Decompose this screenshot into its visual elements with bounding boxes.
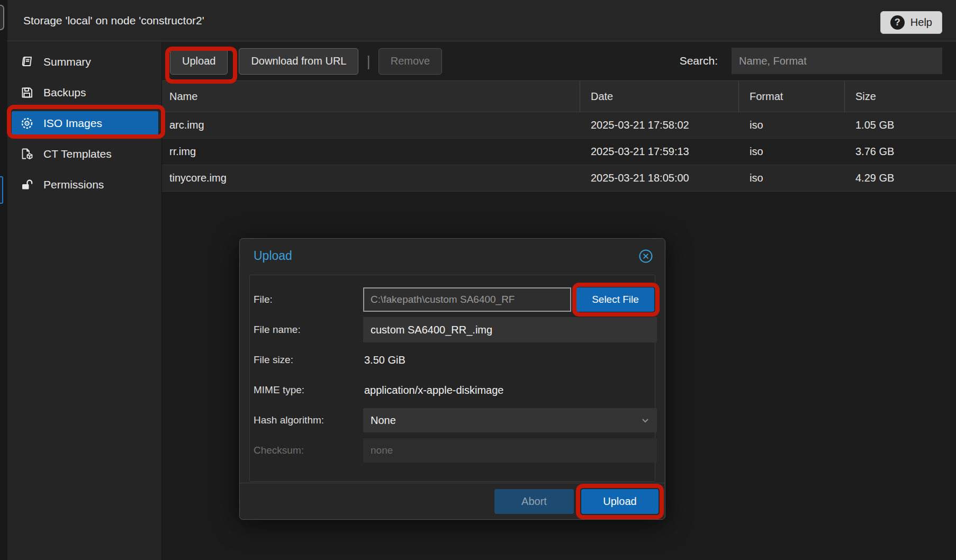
toolbar: Upload Download from URL | Remove Search… xyxy=(162,42,956,80)
cell-format: iso xyxy=(739,165,845,191)
mime-type-value: application/x-apple-diskimage xyxy=(364,384,503,396)
dialog-upload-button[interactable]: Upload xyxy=(581,489,659,514)
remove-button[interactable]: Remove xyxy=(378,48,442,75)
sidebar-item-summary[interactable]: Summary xyxy=(12,50,158,74)
file-path-input[interactable] xyxy=(363,287,571,312)
collapsed-panel-edge xyxy=(0,5,4,30)
help-button[interactable]: ? Help xyxy=(880,11,942,34)
mime-type-label: MIME type: xyxy=(254,384,304,396)
help-button-label: Help xyxy=(910,16,932,29)
cell-size: 3.76 GB xyxy=(845,139,956,165)
collapsed-panel-edge-selected xyxy=(0,176,3,204)
iso-images-table: Name Date Format Size arc.img 2025-03-21… xyxy=(162,80,956,192)
hash-algorithm-select[interactable]: None xyxy=(363,408,657,432)
abort-button[interactable]: Abort xyxy=(494,489,574,514)
column-header-size[interactable]: Size xyxy=(845,81,956,112)
column-header-name[interactable]: Name xyxy=(162,81,580,112)
panel-header: Storage 'local' on node 'constructor2' ?… xyxy=(7,0,956,41)
search-input[interactable] xyxy=(732,48,942,74)
floppy-icon xyxy=(20,86,34,99)
column-header-date[interactable]: Date xyxy=(580,81,739,112)
cell-format: iso xyxy=(739,112,845,138)
cell-date: 2025-03-21 17:59:13 xyxy=(580,139,739,165)
search-area: Search: xyxy=(680,48,942,74)
file-name-input[interactable] xyxy=(363,317,657,342)
checksum-label: Checksum: xyxy=(254,445,304,456)
file-size-label: File size: xyxy=(254,354,293,366)
question-mark-icon: ? xyxy=(890,15,905,30)
upload-dialog: Upload File: Select File File name: File… xyxy=(239,238,665,520)
download-from-url-button[interactable]: Download from URL xyxy=(239,48,358,75)
sidebar-item-label: ISO Images xyxy=(43,117,102,130)
unlock-icon xyxy=(20,178,34,191)
cell-name: tinycore.img xyxy=(162,165,580,191)
hash-algorithm-label: Hash algorithm: xyxy=(254,414,324,426)
close-icon[interactable] xyxy=(638,249,653,264)
sidebar-item-label: Backups xyxy=(43,86,86,99)
cell-size: 4.29 GB xyxy=(845,165,956,191)
cell-date: 2025-03-21 18:05:00 xyxy=(580,165,739,191)
upload-button[interactable]: Upload xyxy=(170,48,228,75)
cell-format: iso xyxy=(739,139,845,165)
search-label: Search: xyxy=(680,55,718,67)
chevron-down-icon xyxy=(641,416,650,424)
table-row[interactable]: arc.img 2025-03-21 17:58:02 iso 1.05 GB xyxy=(162,112,956,139)
sidebar-item-backups[interactable]: Backups xyxy=(12,80,158,105)
sidebar-item-permissions[interactable]: Permissions xyxy=(12,173,158,197)
dialog-footer-divider xyxy=(240,483,665,483)
sidebar-item-iso-images[interactable]: ISO Images xyxy=(12,111,158,136)
column-header-format[interactable]: Format xyxy=(739,81,845,112)
dialog-title: Upload xyxy=(254,249,292,263)
cell-name: rr.img xyxy=(162,139,580,165)
disc-icon xyxy=(20,117,34,130)
file-name-label: File name: xyxy=(254,324,301,336)
file-size-value: 3.50 GiB xyxy=(364,354,405,366)
sidebar: Summary Backups xyxy=(7,42,162,560)
file-label: File: xyxy=(254,294,273,305)
select-file-button[interactable]: Select File xyxy=(576,287,654,312)
sidebar-item-label: CT Templates xyxy=(43,148,112,160)
cell-date: 2025-03-21 17:58:02 xyxy=(580,112,739,138)
table-header-row: Name Date Format Size xyxy=(162,80,956,112)
sidebar-item-label: Permissions xyxy=(43,178,104,191)
sidebar-item-label: Summary xyxy=(43,56,91,68)
book-icon xyxy=(20,56,34,68)
sidebar-item-ct-templates[interactable]: CT Templates xyxy=(12,142,158,166)
checksum-input[interactable] xyxy=(363,438,657,463)
table-row[interactable]: tinycore.img 2025-03-21 18:05:00 iso 4.2… xyxy=(162,165,956,192)
toolbar-separator: | xyxy=(366,53,370,70)
cell-size: 1.05 GB xyxy=(845,112,956,138)
page-title: Storage 'local' on node 'constructor2' xyxy=(23,14,204,27)
table-row[interactable]: rr.img 2025-03-21 17:59:13 iso 3.76 GB xyxy=(162,139,956,165)
file-cube-icon xyxy=(20,148,34,160)
cell-name: arc.img xyxy=(162,112,580,138)
proxmox-storage-window: Storage 'local' on node 'constructor2' ?… xyxy=(0,0,956,560)
hash-algorithm-value: None xyxy=(371,414,396,427)
